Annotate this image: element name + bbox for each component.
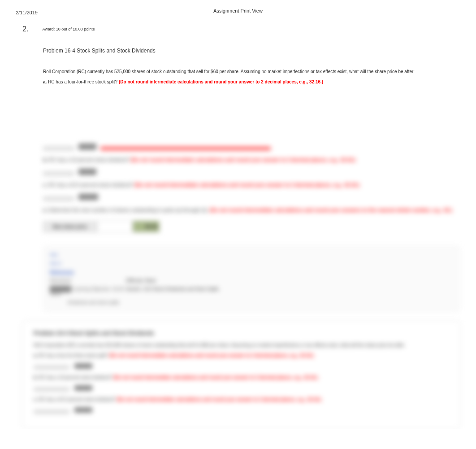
part-c-text: RC has a 42.5 percent stock dividend?: [48, 182, 134, 187]
question-stem: Roll Corporation (RC) currently has 525,…: [43, 68, 460, 75]
exp-b-text: RC has a 10 percent stock dividend?: [39, 375, 113, 380]
part-c-instr: (Do not round intermediate calculations …: [134, 182, 359, 187]
answer-box-row: New share price 45.00: [43, 221, 460, 232]
exp-c-label: c.: [34, 397, 37, 402]
part-a-instr: (Do not round intermediate calculations …: [119, 79, 323, 84]
meta-difficulty: Difficulty: Basic: [126, 278, 156, 283]
meta-lo-label: XXXXXX Learning Objective: 16-03 Stock: [50, 287, 126, 296]
part-e-label: e.: [43, 207, 47, 213]
exp-a-label: a.: [34, 353, 37, 358]
meta-lo2: Dividends and stock splits: [50, 300, 144, 305]
header-title: Assignment Print View: [0, 8, 476, 13]
exp-c-instr: (Do not round intermediate calculations …: [117, 397, 321, 402]
part-a: a. RC has a four-for-three stock split? …: [43, 78, 460, 85]
part-e-text: Determine the new number of shares outst…: [48, 207, 210, 213]
meta-src: Section: 16.6 Stock Dividends and Stock …: [126, 287, 219, 296]
tab-hint[interactable]: Hint: [50, 251, 58, 259]
new-share-price-label: New share price: [43, 221, 97, 232]
explanation-title: Problem 16-4 Stock Splits and Stock Divi…: [34, 330, 449, 336]
exp-a-text: RC has a four-for-three stock split?: [39, 353, 109, 358]
exp-c-text: RC has a 42.5 percent stock dividend?: [39, 397, 117, 402]
question-row: 2. Award: 10 out of 10.00 points: [0, 21, 476, 33]
meta-worksheet-label: Worksheet: [50, 278, 126, 283]
question-content: Problem 16-4 Stock Splits and Stock Divi…: [0, 33, 476, 85]
explanation-stem: Roll Corporation (RC) currently has 525,…: [34, 343, 449, 348]
part-b-text: RC has a 10 percent stock dividend?: [49, 157, 131, 162]
part-e-instr: (Do not round intermediate calculations …: [210, 207, 452, 213]
question-number: 2.: [22, 25, 40, 33]
exp-a-instr: (Do not round intermediate calculations …: [109, 353, 314, 358]
part-a-text: RC has a four-for-three stock split?: [48, 79, 119, 84]
part-b-label: b.: [43, 157, 48, 162]
part-c-label: c.: [43, 182, 47, 187]
answer-value: 45.00: [133, 221, 160, 232]
blurred-region: b. RC has a 10 percent stock dividend? (…: [0, 144, 476, 312]
tab-references[interactable]: References: [50, 268, 74, 276]
answer-input[interactable]: [97, 221, 133, 232]
problem-title: Problem 16-4 Stock Splits and Stock Divi…: [43, 47, 460, 55]
tab-hint2[interactable]: Hint 2: [50, 259, 61, 268]
meta-lo-text: Learning Objective: 16-03 Stock: [50, 287, 124, 296]
explanation-box: Problem 16-4 Stock Splits and Stock Divi…: [22, 321, 460, 428]
part-b-instr: (Do not round intermediate calculations …: [131, 157, 356, 162]
tabs-panel: Hint Hint 2 References Worksheet Difficu…: [43, 246, 460, 312]
part-a-label: a.: [43, 79, 47, 84]
exp-b-instr: (Do not round intermediate calculations …: [113, 375, 318, 380]
award-text: Award: 10 out of 10.00 points: [42, 25, 95, 31]
exp-b-label: b.: [34, 375, 38, 380]
